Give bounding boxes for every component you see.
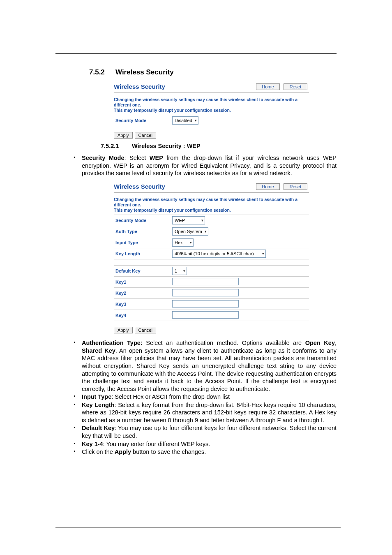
- apply-button[interactable]: Apply: [114, 327, 133, 333]
- panel-warning: Changing the wireless security settings …: [114, 197, 309, 213]
- auth-type-select[interactable]: Open System▾: [172, 227, 208, 236]
- key2-label: Key2: [114, 288, 171, 299]
- key-length-select[interactable]: 40/64-bit (10 hex digits or 5 ASCII char…: [172, 250, 266, 258]
- auth-type-label: Auth Type: [114, 226, 171, 237]
- panel-separator: [114, 92, 309, 93]
- bullet-list-2: Authentication Type: Select an authentic…: [74, 339, 337, 456]
- subsection-title: Wireless Security : WEP: [132, 143, 201, 149]
- cancel-button[interactable]: Cancel: [135, 132, 156, 139]
- key-length-label: Key Length: [114, 248, 171, 259]
- section-title: Wireless Security: [115, 68, 174, 76]
- input-type-label: Input Type: [114, 237, 171, 248]
- key4-input[interactable]: [172, 311, 239, 319]
- key3-label: Key3: [114, 299, 171, 310]
- list-item: Key Length: Select a key format from the…: [74, 401, 337, 424]
- key2-input[interactable]: [172, 289, 239, 296]
- panel-separator: [114, 192, 309, 193]
- section-heading: 7.5.2 Wireless Security: [89, 68, 337, 76]
- panel-title: Wireless Security: [114, 183, 165, 190]
- top-rule: [55, 53, 337, 54]
- list-item: Default Key: You may use up to four diff…: [74, 424, 337, 439]
- list-item: Key 1-4: You may enter four different WE…: [74, 440, 337, 448]
- reset-button[interactable]: Reset: [284, 183, 307, 190]
- subsection-heading: 7.5.2.1 Wireless Security : WEP: [101, 143, 337, 149]
- default-key-select[interactable]: 1▾: [172, 267, 187, 275]
- chevron-down-icon: ▾: [195, 118, 197, 123]
- chevron-down-icon: ▾: [262, 252, 264, 256]
- security-mode-label: Security Mode: [114, 115, 171, 126]
- security-mode-label: Security Mode: [114, 215, 171, 226]
- apply-button[interactable]: Apply: [114, 132, 133, 139]
- list-item: Security Mode: Select WEP from the drop-…: [74, 154, 337, 177]
- list-item: Click on the Apply button to save the ch…: [74, 448, 337, 456]
- key4-label: Key4: [114, 310, 171, 321]
- chevron-down-icon: ▾: [183, 269, 185, 273]
- key1-input[interactable]: [172, 278, 239, 285]
- security-mode-select[interactable]: Disabled ▾: [172, 116, 198, 125]
- reset-button[interactable]: Reset: [284, 83, 307, 90]
- home-button[interactable]: Home: [256, 183, 280, 190]
- input-type-select[interactable]: Hex▾: [172, 238, 194, 247]
- cancel-button[interactable]: Cancel: [135, 327, 156, 333]
- list-item: Input Type: Select Hex or ASCII from the…: [74, 393, 337, 401]
- screenshot-panel-wep: Wireless Security Home Reset Changing th…: [114, 182, 309, 333]
- chevron-down-icon: ▾: [205, 229, 207, 234]
- subsection-number: 7.5.2.1: [101, 143, 125, 149]
- form-table: Security Mode Disabled ▾: [114, 115, 309, 126]
- default-key-label: Default Key: [114, 266, 171, 277]
- chevron-down-icon: ▾: [190, 240, 192, 245]
- bottom-rule: [55, 527, 341, 527]
- form-table: Security Mode WEP▾ Auth Type Open System…: [114, 215, 309, 321]
- home-button[interactable]: Home: [256, 83, 280, 90]
- section-number: 7.5.2: [89, 68, 109, 76]
- bullet-list-1: Security Mode: Select WEP from the drop-…: [74, 154, 337, 177]
- key1-label: Key1: [114, 277, 171, 288]
- key3-input[interactable]: [172, 300, 239, 308]
- panel-title: Wireless Security: [114, 83, 165, 90]
- list-item: Authentication Type: Select an authentic…: [74, 339, 337, 393]
- chevron-down-icon: ▾: [201, 218, 203, 222]
- panel-warning: Changing the wireless security settings …: [114, 97, 309, 113]
- security-mode-select[interactable]: WEP▾: [172, 216, 205, 224]
- screenshot-panel-disabled: Wireless Security Home Reset Changing th…: [114, 82, 309, 139]
